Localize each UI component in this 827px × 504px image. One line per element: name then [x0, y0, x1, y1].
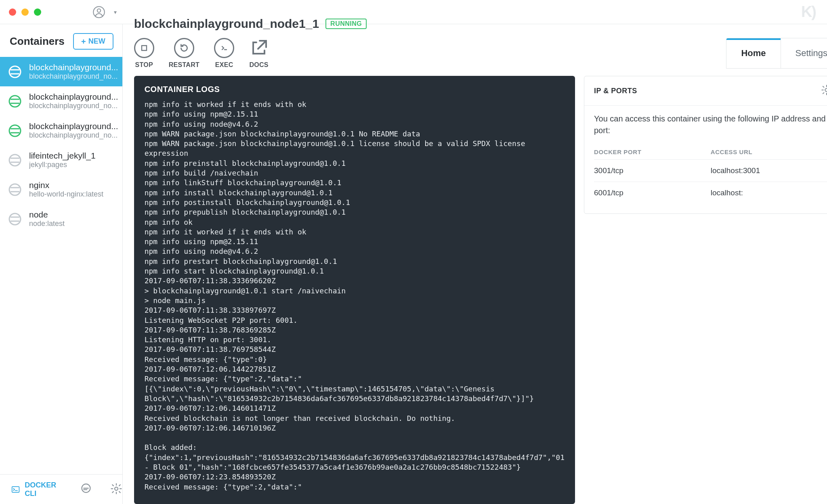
- container-item-image: node:latest: [29, 220, 65, 228]
- ports-settings-button[interactable]: [821, 84, 827, 97]
- svg-point-5: [9, 96, 21, 107]
- logs-title: CONTAINER LOGS: [134, 76, 575, 100]
- ports-header-url: ACCESS URL: [711, 144, 827, 160]
- ports-cell-port: 3001/tcp: [594, 160, 711, 182]
- gear-icon: [821, 84, 827, 96]
- tab-home[interactable]: Home: [726, 38, 780, 68]
- container-item-image: blockchainplayground_no...: [29, 72, 118, 81]
- sidebar-title: Containers: [10, 35, 65, 48]
- chat-icon: [80, 483, 92, 494]
- ports-cell-url[interactable]: localhost:: [711, 182, 827, 204]
- close-window-button[interactable]: [9, 8, 16, 16]
- container-item-image: blockchainplayground_no...: [29, 102, 118, 110]
- container-status-icon: [8, 94, 22, 108]
- exec-icon: [219, 43, 229, 53]
- container-status-icon: [8, 212, 22, 226]
- docs-button[interactable]: DOCS: [249, 38, 269, 69]
- container-status-icon: [8, 153, 22, 167]
- svg-rect-20: [12, 486, 19, 492]
- sidebar-item-container[interactable]: nginxhello-world-nginx:latest: [0, 175, 122, 204]
- external-link-icon: [249, 38, 269, 58]
- svg-rect-23: [142, 46, 147, 50]
- container-item-name: lifeintech_jekyll_1: [29, 151, 96, 161]
- container-item-name: nginx: [29, 180, 103, 190]
- maximize-window-button[interactable]: [34, 8, 41, 16]
- docs-label: DOCS: [249, 61, 268, 69]
- stop-label: STOP: [135, 61, 153, 69]
- container-item-name: node: [29, 210, 65, 220]
- page-header: blockchainplayground_node1_1 RUNNING: [134, 17, 827, 31]
- svg-point-8: [9, 125, 21, 136]
- sidebar-item-container[interactable]: blockchainplayground...blockchainplaygro…: [0, 86, 122, 116]
- ports-header-port: DOCKER PORT: [594, 144, 711, 160]
- ports-description: You can access this container using the …: [594, 113, 827, 136]
- container-logs-card: CONTAINER LOGS npm info it worked if it …: [134, 76, 575, 504]
- svg-point-17: [9, 213, 21, 225]
- tab-bar: Home Settings: [726, 38, 827, 69]
- container-item-image: blockchainplayground_no...: [29, 131, 118, 140]
- logs-output[interactable]: npm info it worked if it ends with ok np…: [134, 100, 575, 500]
- exec-button[interactable]: EXEC: [214, 38, 234, 69]
- svg-point-22: [115, 487, 118, 490]
- sidebar: Containers + NEW blockchainplayground...…: [0, 24, 123, 504]
- stop-icon: [140, 44, 148, 52]
- container-item-name: blockchainplayground...: [29, 92, 118, 102]
- action-bar: STOP RESTART EXEC DOCS: [134, 38, 269, 69]
- ports-cell-url[interactable]: localhost:3001: [711, 160, 827, 182]
- docker-cli-button[interactable]: DOCKER CLI: [11, 481, 62, 498]
- main-panel: blockchainplayground_node1_1 RUNNING STO…: [123, 24, 827, 504]
- restart-button[interactable]: RESTART: [169, 38, 199, 69]
- ports-title: IP & PORTS: [594, 87, 637, 95]
- svg-point-24: [825, 88, 827, 91]
- new-button-label: NEW: [88, 37, 105, 46]
- terminal-icon: [11, 484, 20, 495]
- ports-row: 6001/tcplocalhost:: [594, 182, 827, 204]
- container-name: blockchainplayground_node1_1: [134, 17, 319, 31]
- status-badge: RUNNING: [325, 19, 367, 29]
- new-container-button[interactable]: + NEW: [73, 33, 113, 50]
- container-status-icon: [8, 183, 22, 197]
- container-list: blockchainplayground...blockchainplaygro…: [0, 57, 122, 474]
- sidebar-item-container[interactable]: blockchainplayground...blockchainplaygro…: [0, 57, 122, 86]
- minimize-window-button[interactable]: [21, 8, 29, 16]
- svg-point-14: [9, 184, 21, 195]
- container-item-image: jekyll:pages: [29, 161, 96, 169]
- traffic-lights: [0, 8, 52, 16]
- user-menu[interactable]: ▾: [93, 6, 117, 18]
- svg-point-11: [9, 155, 21, 166]
- container-item-image: hello-world-nginx:latest: [29, 190, 103, 199]
- chevron-down-icon: ▾: [114, 9, 117, 15]
- container-item-name: blockchainplayground...: [29, 63, 118, 72]
- restart-icon: [179, 43, 189, 53]
- sidebar-footer: DOCKER CLI: [0, 474, 122, 504]
- svg-point-2: [9, 66, 21, 77]
- ports-cell-port: 6001/tcp: [594, 182, 711, 204]
- container-status-icon: [8, 65, 22, 79]
- ports-row: 3001/tcplocalhost:3001: [594, 160, 827, 182]
- ports-table: DOCKER PORT ACCESS URL 3001/tcplocalhost…: [594, 144, 827, 204]
- sidebar-item-container[interactable]: lifeintech_jekyll_1jekyll:pages: [0, 145, 122, 175]
- ip-ports-card: IP & PORTS You can access this container…: [584, 76, 827, 214]
- user-icon: [93, 6, 105, 18]
- gear-icon: [110, 483, 122, 495]
- feedback-button[interactable]: [80, 483, 92, 496]
- exec-label: EXEC: [215, 61, 233, 69]
- docker-cli-label: DOCKER CLI: [25, 481, 61, 498]
- container-status-icon: [8, 124, 22, 138]
- tab-settings[interactable]: Settings: [781, 38, 827, 68]
- sidebar-item-container[interactable]: nodenode:latest: [0, 204, 122, 234]
- sidebar-item-container[interactable]: blockchainplayground...blockchainplaygro…: [0, 116, 122, 145]
- container-item-name: blockchainplayground...: [29, 121, 118, 131]
- restart-label: RESTART: [169, 61, 199, 69]
- stop-button[interactable]: STOP: [134, 38, 154, 69]
- settings-button[interactable]: [110, 483, 122, 496]
- svg-point-1: [97, 9, 101, 13]
